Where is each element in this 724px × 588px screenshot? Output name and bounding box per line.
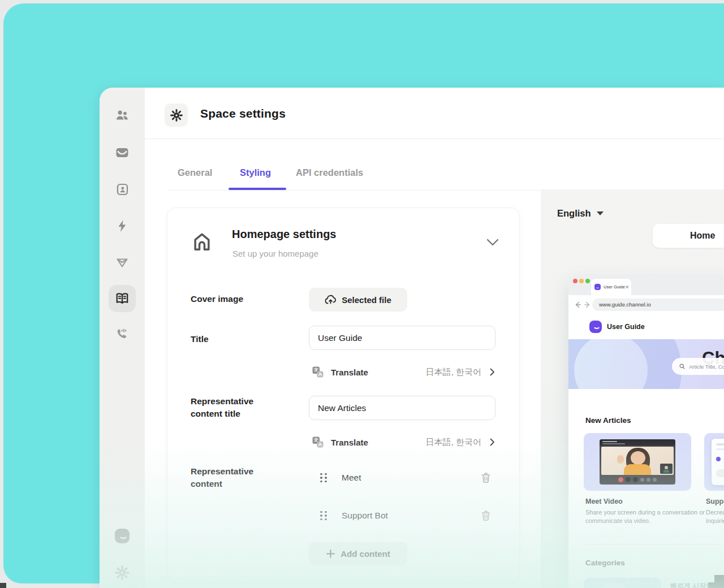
chevron-right-icon [488, 368, 496, 377]
space-settings-icon-chip [165, 103, 188, 127]
preview-home-button[interactable]: Home [652, 223, 724, 248]
site-header: User Guide [568, 314, 724, 339]
sidebar-item-campaigns[interactable] [110, 250, 135, 275]
corner-artifact [714, 575, 724, 582]
app-window: Space settings General Styling API crede… [100, 88, 724, 588]
selected-file-label: Selected file [342, 295, 391, 305]
contact-card-icon [115, 183, 129, 196]
search-placeholder: Article Title, Content [689, 364, 724, 370]
tab-general[interactable]: General [178, 167, 212, 178]
drag-handle-icon[interactable] [320, 511, 327, 521]
channel-logo-icon [115, 529, 130, 543]
preview-language-label: English [557, 208, 591, 218]
forward-arrow-icon [584, 301, 591, 308]
people-icon [115, 109, 129, 122]
content-item-row: Meet [309, 466, 497, 489]
sidebar-item-channel-home[interactable] [110, 524, 135, 548]
header-divider [145, 139, 724, 139]
translate-icon: A [312, 436, 324, 448]
tab-close-icon: ✕ [625, 284, 630, 290]
send-icon [115, 257, 129, 269]
home-icon [191, 231, 213, 252]
article-title[interactable]: Meet Video [585, 498, 623, 505]
translate-icon: A [312, 366, 324, 378]
video-call-mockup [600, 439, 675, 485]
sidebar-item-automation[interactable] [110, 214, 135, 239]
translate-label: Translate [331, 438, 368, 447]
article-card-image[interactable] [584, 433, 691, 491]
chat-avatar [716, 457, 721, 461]
cover-image-label: Cover image [191, 293, 243, 305]
svg-text:A: A [318, 371, 322, 377]
rep-content-label: Representative content [191, 465, 253, 490]
translate-languages: 日本語, 한국어 [426, 437, 481, 448]
svg-text:A: A [318, 441, 322, 447]
content-item-label: Support Bot [342, 511, 388, 521]
rep-content-title-input[interactable] [309, 396, 495, 420]
sidebar-item-contacts[interactable] [110, 103, 135, 128]
translate-row-title[interactable]: A Translate 日本語, 한국어 [312, 365, 496, 379]
translate-row-rep-content[interactable]: A Translate 日本語, 한국어 [312, 435, 496, 449]
browser-tab-favicon [594, 284, 601, 290]
chat-widget-mockup [712, 439, 724, 485]
lightning-icon [117, 219, 128, 233]
tabs-divider [167, 190, 541, 191]
article-description: Decrease inquiries - [706, 508, 724, 525]
tab-styling[interactable]: Styling [240, 167, 271, 178]
trash-icon [481, 510, 491, 521]
browser-address-bar: www.guide.channel.io [592, 299, 724, 311]
translate-languages: 日本語, 한국어 [426, 367, 481, 378]
site-logo-icon [589, 321, 602, 333]
content-item-label: Meet [342, 473, 361, 483]
site-name: User Guide [607, 323, 645, 331]
page-title: Space settings [200, 107, 286, 120]
article-title[interactable]: Support Bot [706, 498, 724, 505]
delete-item-button[interactable] [481, 472, 491, 483]
translate-label: Translate [331, 368, 368, 377]
homepage-settings-card: Homepage settings Set up your homepage C… [167, 207, 520, 583]
browser-tab-title: User Guide [604, 284, 625, 289]
add-content-button[interactable]: Add content [309, 542, 407, 565]
delete-item-button[interactable] [481, 510, 491, 521]
sidebar-item-calls[interactable] [110, 322, 135, 347]
browser-tab: User Guide ✕ [591, 279, 631, 295]
drag-handle-icon[interactable] [320, 473, 327, 483]
traffic-light-red [573, 279, 578, 283]
sidebar-item-inbox[interactable] [110, 140, 135, 165]
sidebar-item-guide[interactable] [110, 286, 135, 311]
title-input[interactable] [309, 326, 495, 350]
sidebar-item-settings[interactable] [110, 560, 135, 585]
video-pip [660, 464, 673, 474]
hero-arc-decoration [568, 339, 682, 389]
selected-file-button[interactable]: Selected file [309, 288, 407, 312]
video-window-titlebar [600, 439, 675, 446]
cloud-upload-icon [325, 295, 337, 305]
sidebar-item-customers[interactable] [110, 177, 135, 202]
phone-voice-icon [115, 327, 129, 341]
section-divider [585, 544, 724, 544]
article-card-image[interactable] [704, 433, 724, 491]
corner-artifact [708, 582, 724, 588]
gear-icon [115, 565, 130, 580]
card-subtitle: Set up your homepage [232, 249, 318, 258]
chevron-right-icon [488, 438, 496, 447]
tab-api-credentials[interactable]: API credentials [296, 167, 363, 178]
new-articles-heading: New Articles [585, 416, 631, 425]
gear-icon [170, 109, 183, 122]
trash-icon [481, 472, 491, 483]
title-label: Title [191, 333, 209, 345]
book-icon [115, 292, 130, 305]
content-item-row: Support Bot [309, 504, 497, 527]
browser-preview: User Guide ✕ www.guide.channel.io User G… [568, 276, 724, 588]
back-arrow-icon [574, 301, 581, 308]
card-title: Homepage settings [232, 228, 336, 241]
sidebar [100, 88, 145, 588]
chevron-down-icon[interactable] [486, 238, 499, 247]
corner-artifact [0, 583, 6, 588]
preview-language-dropdown[interactable]: English [557, 208, 604, 219]
category-card[interactable] [584, 578, 661, 588]
browser-url-row: www.guide.channel.io [568, 295, 724, 314]
traffic-light-green [585, 279, 590, 283]
browser-chrome-bar: User Guide ✕ [568, 276, 724, 295]
site-hero: Cha Article Title, Content [568, 339, 724, 389]
